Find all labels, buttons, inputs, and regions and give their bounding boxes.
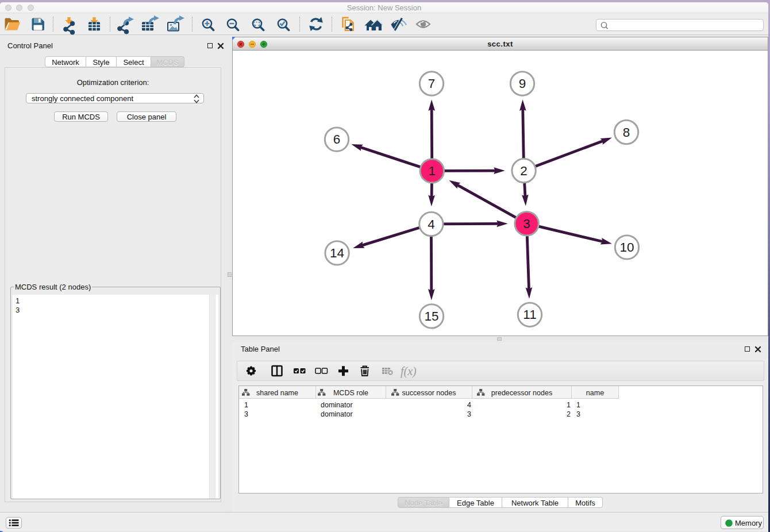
svg-text:10: 10	[619, 240, 634, 255]
svg-text:3: 3	[523, 217, 530, 231]
svg-text:14: 14	[330, 246, 344, 260]
svg-text:6: 6	[333, 132, 341, 147]
svg-text:15: 15	[424, 309, 438, 323]
svg-text:11: 11	[523, 307, 536, 322]
svg-text:8: 8	[623, 125, 630, 140]
svg-text:4: 4	[428, 217, 435, 232]
svg-text:2: 2	[520, 164, 528, 178]
svg-text:7: 7	[428, 76, 436, 91]
svg-text:1: 1	[429, 164, 436, 178]
svg-text:f(x): f(x)	[401, 365, 417, 378]
svg-text:9: 9	[519, 76, 526, 91]
